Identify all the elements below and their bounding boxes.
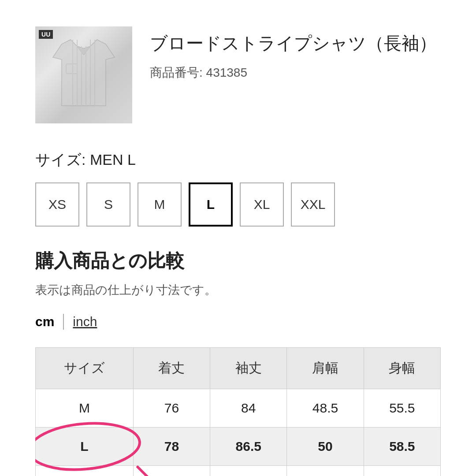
product-header: UU ブロードストライプシャツ（長袖） 商品番号: 431385 [35,26,441,123]
unit-switcher: cm inch [35,314,441,330]
header-length: 着丈 [133,348,210,389]
size-button-s[interactable]: S [86,182,130,227]
comparison-title: 購入商品との比較 [35,249,441,273]
size-button-xl[interactable]: XL [240,182,284,227]
row-m-sleeve: 84 [210,389,287,428]
product-image: UU [35,26,132,123]
row-xl-length: 81 [133,466,210,476]
size-table-wrapper: サイズ 着丈 袖丈 肩幅 身幅 M 76 84 48.5 55.5 L 78 [35,347,441,476]
size-button-xs[interactable]: XS [35,182,79,227]
unit-inch-label[interactable]: inch [73,314,97,329]
row-xl-size: XL [36,466,134,476]
comparison-section: 購入商品との比較 表示は商品の仕上がり寸法です。 cm inch サイズ 着丈 … [35,249,441,476]
comparison-note: 表示は商品の仕上がり寸法です。 [35,282,441,298]
table-row-m: M 76 84 48.5 55.5 [36,389,441,428]
table-row-xl: XL 81 89 52 62.5 [36,466,441,476]
size-button-m[interactable]: M [138,182,182,227]
row-l-length: 78 [133,428,210,466]
size-button-xxl[interactable]: XXL [291,182,335,227]
header-size: サイズ [36,348,134,389]
unit-cm-label[interactable]: cm [35,314,63,329]
header-body: 身幅 [364,348,440,389]
size-label: サイズ: MEN L [35,150,441,170]
size-table: サイズ 着丈 袖丈 肩幅 身幅 M 76 84 48.5 55.5 L 78 [35,347,441,476]
row-l-sleeve: 86.5 [210,428,287,466]
table-row-l: L 78 86.5 50 58.5 [36,428,441,466]
row-xl-sleeve: 89 [210,466,287,476]
unit-divider [63,314,64,330]
row-l-shoulder: 50 [287,428,364,466]
product-badge: UU [39,30,53,39]
row-l-body: 58.5 [364,428,440,466]
row-m-body: 55.5 [364,389,440,428]
row-m-length: 76 [133,389,210,428]
table-header-row: サイズ 着丈 袖丈 肩幅 身幅 [36,348,441,389]
header-shoulder: 肩幅 [287,348,364,389]
row-l-size: L [36,428,134,466]
row-xl-body: 62.5 [364,466,440,476]
product-title: ブロードストライプシャツ（長袖） [150,31,441,56]
product-number: 商品番号: 431385 [150,64,441,81]
product-info: ブロードストライプシャツ（長袖） 商品番号: 431385 [150,26,441,81]
row-xl-shoulder: 52 [287,466,364,476]
size-button-l[interactable]: L [189,182,233,227]
row-m-shoulder: 48.5 [287,389,364,428]
size-section: サイズ: MEN L XS S M L XL XXL [35,150,441,227]
size-buttons: XS S M L XL XXL [35,182,441,227]
row-m-size: M [36,389,134,428]
header-sleeve: 袖丈 [210,348,287,389]
